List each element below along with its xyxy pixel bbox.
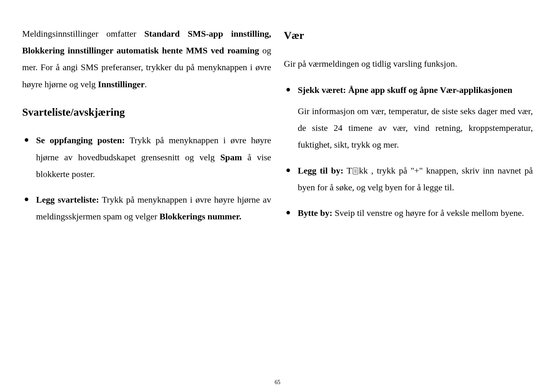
- page-number: 65: [0, 379, 555, 386]
- intro-paragraph: Meldingsinnstillinger omfatter Standard …: [22, 25, 271, 93]
- list-item: Legg til by: Tkk , trykk på "+" knappen,…: [284, 162, 533, 196]
- list-item: Legg svarteliste: Trykk på menyknappen i…: [22, 191, 271, 225]
- section-heading-blacklist: Svarteliste/avskjæring: [22, 102, 271, 123]
- two-column-layout: Meldingsinnstillinger omfatter Standard …: [22, 25, 533, 379]
- item-title: Bytte by:: [298, 208, 333, 218]
- intro-post-2: .: [145, 79, 147, 89]
- blacklist-list: Se oppfanging posten: Trykk på menyknapp…: [22, 132, 271, 225]
- item-title: Legg svarteliste:: [36, 195, 99, 205]
- item-title: Legg til by:: [298, 166, 343, 175]
- item-subparagraph: Gir informasjon om vær, temperatur, de s…: [298, 103, 533, 153]
- section-heading-weather: Vær: [284, 25, 533, 46]
- list-item: Bytte by: Sveip til venstre og høyre for…: [284, 205, 533, 221]
- item-text-mid: kk: [359, 166, 371, 175]
- item-text-pre: T: [343, 166, 352, 175]
- item-title: Sjekk været: Åpne app skuff og åpne Vær-…: [298, 85, 513, 95]
- item-inline-bold: Blokkerings nummer.: [159, 211, 241, 221]
- item-title: Se oppfanging posten:: [36, 135, 125, 145]
- weather-list: Sjekk været: Åpne app skuff og åpne Vær-…: [284, 82, 533, 221]
- left-column: Meldingsinnstillinger omfatter Standard …: [22, 25, 271, 379]
- list-item: Se oppfanging posten: Trykk på menyknapp…: [22, 132, 271, 182]
- right-column: Vær Gir på værmeldingen og tidlig varsli…: [284, 25, 533, 379]
- list-item: Sjekk været: Åpne app skuff og åpne Vær-…: [284, 82, 533, 153]
- intro-bold-2: Innstillinger: [98, 79, 145, 89]
- intro-pre: Meldingsinnstillinger omfatter: [22, 29, 144, 39]
- weather-intro: Gir på værmeldingen og tidlig varsling f…: [284, 55, 533, 72]
- item-text: Sveip til venstre og høyre for å veksle …: [332, 208, 524, 218]
- item-inline-bold: Spam: [220, 152, 242, 162]
- document-page: Meldingsinnstillinger omfatter Standard …: [0, 0, 555, 392]
- building-icon: [353, 168, 358, 175]
